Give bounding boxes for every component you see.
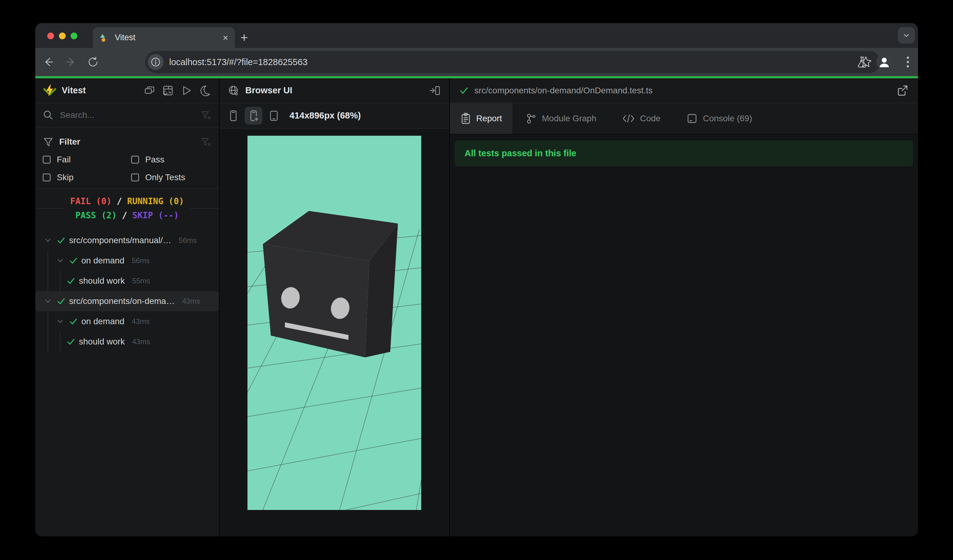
clipboard-icon — [460, 112, 471, 125]
globe-icon — [228, 84, 240, 97]
fail-count: FAIL (0) — [70, 196, 112, 206]
close-window-button[interactable] — [47, 33, 54, 39]
vitest-logo-icon — [43, 84, 57, 98]
theme-toggle-button[interactable] — [198, 84, 211, 97]
tab-module-graph[interactable]: Module Graph — [512, 103, 609, 134]
search-input[interactable] — [60, 110, 200, 120]
pass-checkbox-box[interactable] — [131, 156, 139, 164]
tree-row-test[interactable]: should work 43ms — [35, 332, 219, 352]
device-phone-button[interactable] — [224, 107, 242, 125]
chevron-down-icon[interactable] — [43, 296, 53, 306]
progress-bar — [35, 76, 918, 78]
traffic-lights — [47, 33, 78, 39]
tab-code[interactable]: Code — [609, 103, 673, 134]
zoom-window-button[interactable] — [71, 33, 78, 39]
address-bar[interactable]: localhost:5173/#/?file=1828625563 — [145, 51, 880, 73]
tab-strip: Vitest × + — [35, 23, 918, 48]
filter-title: Filter — [59, 137, 194, 147]
tab-title: Vitest — [115, 33, 223, 42]
pass-check-icon — [56, 296, 66, 306]
tab-code-label: Code — [640, 113, 660, 123]
skip-count: SKIP (--) — [132, 210, 179, 220]
pass-count: PASS (2) — [75, 210, 117, 220]
chevron-down-icon — [902, 31, 911, 40]
panel-title: Browser UI — [245, 85, 292, 96]
funnel-icon — [43, 137, 54, 147]
reload-button[interactable] — [87, 48, 99, 76]
browser-window: Vitest × + — [35, 23, 918, 536]
console-terminal-icon — [686, 113, 698, 124]
panel-expand-icon[interactable] — [428, 84, 441, 97]
tab-close-icon[interactable]: × — [223, 33, 228, 42]
checkbox-fail[interactable]: Fail — [43, 155, 131, 164]
tab-console[interactable]: Console (69) — [673, 103, 765, 134]
preview-area — [219, 129, 449, 536]
url-text[interactable]: localhost:5173/#/?file=1828625563 — [169, 57, 859, 67]
tab-console-label: Console (69) — [703, 113, 752, 123]
pass-check-icon — [66, 276, 76, 286]
tree-row-suite[interactable]: on demand 43ms — [35, 311, 219, 332]
fail-checkbox-box[interactable] — [43, 156, 51, 164]
cascade-windows-button[interactable] — [143, 84, 156, 97]
tree-row-file-manual[interactable]: src/components/manual/… 56ms — [35, 230, 219, 251]
tab-report-label: Report — [476, 113, 502, 123]
run-all-button[interactable] — [180, 84, 193, 97]
skip-checkbox-box[interactable] — [43, 174, 51, 181]
only-tests-checkbox-box[interactable] — [131, 174, 139, 181]
pass-check-icon — [66, 337, 76, 347]
test-tree: src/components/manual/… 56ms on demand 5… — [35, 228, 219, 352]
tab-favicon-icon — [99, 33, 109, 43]
report-tabs: Report Module Graph Code — [450, 103, 918, 135]
tree-row-file-on-demand[interactable]: src/components/on-dema… 43ms — [35, 291, 219, 311]
profile-avatar[interactable] — [876, 48, 892, 76]
checkbox-pass[interactable]: Pass — [131, 155, 211, 164]
test-duration: 55ms — [132, 277, 150, 285]
test-duration: 43ms — [182, 297, 200, 306]
back-button[interactable] — [42, 48, 54, 76]
viewport-dimensions: 414x896px (68%) — [290, 110, 361, 121]
test-duration: 56ms — [132, 256, 150, 265]
file-path: src/components/on-demand/OnDemand.test.t… — [474, 86, 890, 96]
tests-passed-banner: All tests passed in this file — [455, 140, 913, 166]
minimize-window-button[interactable] — [59, 33, 66, 39]
filter-section: Filter Fail Pass — [35, 128, 219, 189]
forward-button[interactable] — [65, 48, 77, 76]
checkbox-skip[interactable]: Skip — [43, 172, 131, 182]
status-summary: FAIL (0) / RUNNING (0) PASS (2) / SKIP (… — [35, 189, 219, 228]
experiments-flask-icon[interactable] — [856, 48, 869, 76]
test-label: src/components/manual/… — [69, 236, 171, 245]
browser-viewport[interactable] — [247, 136, 421, 510]
clear-search-filter-icon[interactable] — [200, 109, 211, 121]
file-pass-check-icon — [459, 86, 469, 96]
external-link-icon[interactable] — [896, 84, 909, 97]
checkbox-only-tests[interactable]: Only Tests — [131, 172, 211, 182]
tab-report[interactable]: Report — [450, 103, 512, 134]
chevron-down-icon[interactable] — [55, 316, 65, 327]
chevron-down-icon[interactable] — [43, 235, 53, 246]
code-brackets-icon — [622, 113, 635, 124]
site-info-icon[interactable] — [148, 54, 164, 70]
test-label: src/components/on-dema… — [69, 296, 175, 306]
banner-text: All tests passed in this file — [464, 148, 576, 158]
new-tab-button[interactable]: + — [241, 30, 248, 45]
browser-menu-icon[interactable] — [902, 48, 914, 76]
tab-search-button[interactable] — [898, 27, 915, 43]
skip-label: Skip — [57, 172, 73, 182]
search-bar[interactable] — [35, 103, 219, 128]
tree-row-suite[interactable]: on demand 56ms — [35, 251, 219, 271]
report-panel: src/components/on-demand/OnDemand.test.t… — [450, 78, 918, 536]
browser-tab[interactable]: Vitest × — [93, 27, 235, 48]
tree-row-test[interactable]: should work 55ms — [35, 271, 219, 291]
chevron-down-icon[interactable] — [55, 256, 65, 266]
tested-app-scene — [247, 136, 421, 510]
test-label: should work — [79, 337, 125, 347]
device-tablet-button[interactable] — [265, 107, 283, 125]
clear-filter-icon[interactable] — [200, 136, 211, 148]
pass-check-icon — [56, 236, 66, 245]
robot-cube — [263, 211, 398, 357]
dashboard-button[interactable] — [161, 84, 175, 97]
browser-ui-panel: Browser UI 414x896px — [219, 78, 450, 536]
device-phone-add-button[interactable] — [245, 107, 262, 125]
play-icon — [180, 84, 192, 97]
test-duration: 56ms — [178, 236, 197, 245]
